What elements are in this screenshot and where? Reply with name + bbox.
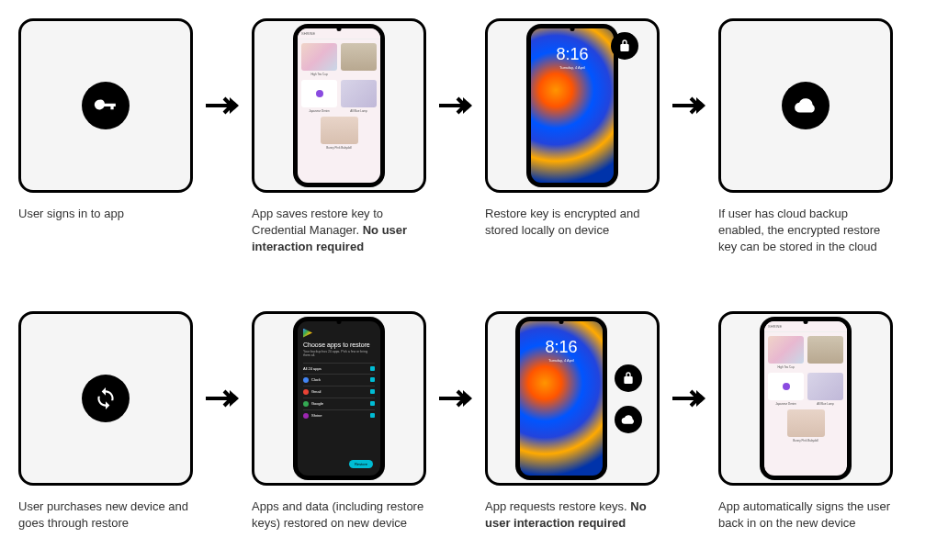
phone-mockup: 8:16 Tuesday, 4 April: [526, 24, 618, 187]
caption-2-1: User purchases new device and goes throu…: [18, 498, 193, 532]
restore-subtitle: Your backup has 24 apps. Pick a few or b…: [303, 350, 375, 357]
arrow-icon: [667, 18, 711, 193]
key-icon: [82, 82, 130, 129]
lock-time: 8:16: [556, 45, 588, 64]
caption-2-3: App requests restore keys. No user inter…: [485, 498, 660, 532]
step-4-cloud: If user has cloud backup enabled, the en…: [718, 18, 893, 256]
cloud-icon: [782, 82, 830, 129]
arrow-icon: [434, 311, 478, 486]
panel-sync-icon: [18, 311, 193, 486]
caption-2-2: Apps and data (including restore keys) r…: [252, 498, 426, 532]
phone-mockup: 8:16 Tuesday, 4 April: [515, 317, 607, 480]
step-3-encrypt: 8:16 Tuesday, 4 April Restore key is enc…: [485, 18, 660, 239]
step-8-auto-signin: SHRINE High Tea Cup Japanese Denim All B…: [718, 311, 893, 532]
caption-1-3: Restore key is encrypted and stored loca…: [485, 206, 660, 239]
lock-date: Tuesday, 4 April: [559, 65, 585, 70]
phone-mockup: Choose apps to restore Your backup has 2…: [293, 317, 385, 480]
panel-lockscreen-keys: 8:16 Tuesday, 4 April: [485, 311, 660, 486]
panel-lockscreen-locked: 8:16 Tuesday, 4 April: [485, 18, 660, 193]
cloud-icon: [615, 406, 642, 433]
lock-date: Tuesday, 4 April: [548, 358, 574, 363]
arrow-icon: [200, 311, 244, 486]
panel-app-light-final: SHRINE High Tea Cup Japanese Denim All B…: [718, 311, 893, 486]
panel-key-icon: [18, 18, 193, 193]
lock-icon: [615, 364, 642, 392]
lock-time: 8:16: [545, 338, 577, 357]
arrow-icon: [200, 18, 244, 193]
step-6-apps-restored: Choose apps to restore Your backup has 2…: [252, 311, 426, 532]
step-5-new-device: User purchases new device and goes throu…: [18, 311, 193, 532]
step-1-signin: User signs in to app: [18, 18, 193, 222]
phone-mockup: SHRINE High Tea Cup Japanese Denim All B…: [760, 317, 852, 480]
play-store-icon: [303, 329, 312, 338]
flow-row-1: User signs in to app SHRINE High Tea Cup…: [18, 18, 930, 256]
caption-1-4: If user has cloud backup enabled, the en…: [718, 206, 893, 256]
panel-restore-dark: Choose apps to restore Your backup has 2…: [252, 311, 426, 486]
arrow-icon: [667, 311, 711, 486]
step-2-save-key: SHRINE High Tea Cup Japanese Denim All B…: [252, 18, 426, 256]
restore-button[interactable]: Restore: [349, 460, 373, 468]
lock-icon: [611, 32, 638, 60]
restore-title: Choose apps to restore: [303, 342, 375, 348]
flow-row-2: User purchases new device and goes throu…: [18, 311, 930, 532]
panel-cloud-icon: [718, 18, 893, 193]
caption-1-2: App saves restore key to Credential Mana…: [252, 206, 426, 256]
caption-1-1: User signs in to app: [18, 206, 124, 222]
sync-icon: [82, 375, 130, 422]
panel-app-light: SHRINE High Tea Cup Japanese Denim All B…: [252, 18, 426, 193]
caption-2-4: App automatically signs the user back in…: [718, 498, 893, 532]
step-7-request-keys: 8:16 Tuesday, 4 April App requests resto…: [485, 311, 660, 532]
phone-mockup: SHRINE High Tea Cup Japanese Denim All B…: [293, 24, 385, 187]
arrow-icon: [434, 18, 478, 193]
